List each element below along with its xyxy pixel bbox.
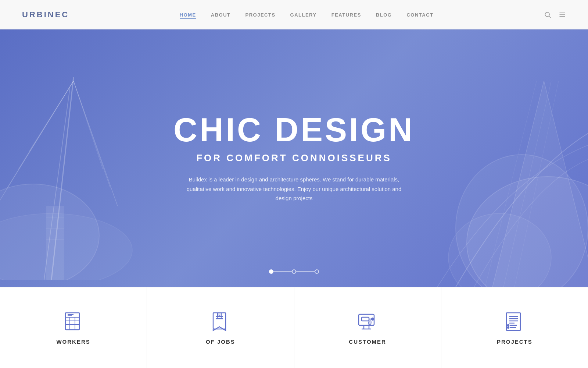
slider-dots	[269, 269, 319, 274]
svg-point-15	[0, 213, 132, 280]
arch-left-svg	[0, 59, 162, 280]
search-icon[interactable]	[544, 11, 551, 18]
navbar: URBINEC HOME ABOUT PROJECTS GALLERY FEAT…	[0, 0, 588, 29]
nav-item-features[interactable]: FEATURES	[331, 11, 361, 18]
nav-item-projects[interactable]: PROJECTS	[245, 11, 275, 18]
hero-content: CHIC DESIGN FOR COMFORT CONNOISSEURS Bui…	[159, 113, 429, 203]
stat-workers[interactable]: WORKERS	[0, 287, 147, 368]
workers-label: WORKERS	[56, 339, 90, 345]
dot-2[interactable]	[292, 269, 296, 274]
logo[interactable]: URBINEC	[22, 10, 69, 20]
dot-3[interactable]	[315, 269, 319, 274]
projects-icon	[503, 311, 526, 333]
jobs-icon	[209, 311, 232, 333]
svg-point-43	[372, 318, 374, 320]
nav-item-contact[interactable]: CONTACT	[406, 11, 433, 18]
jobs-label: OF JOBS	[206, 339, 235, 345]
dot-line-1	[273, 271, 292, 272]
nav-menu: HOME ABOUT PROJECTS GALLERY FEATURES BLO…	[180, 11, 434, 18]
stats-section: WORKERS OF JOBS CU	[0, 287, 588, 368]
dot-1[interactable]	[269, 269, 273, 274]
customer-label: CUSTOMER	[349, 339, 386, 345]
nav-item-home[interactable]: HOME	[180, 11, 196, 18]
hero-section: CHIC DESIGN FOR COMFORT CONNOISSEURS Bui…	[0, 29, 588, 287]
stat-projects[interactable]: PROJECTS	[441, 287, 588, 368]
svg-line-13	[74, 81, 103, 169]
svg-line-1	[549, 16, 551, 18]
hero-description: Buildex is a leader in design and archit…	[184, 175, 404, 203]
hero-subtitle: FOR COMFORT CONNOISSEURS	[173, 152, 415, 164]
customer-icon	[356, 311, 379, 333]
svg-point-0	[545, 12, 549, 17]
stat-customer[interactable]: CUSTOMER	[294, 287, 441, 368]
svg-point-51	[508, 327, 509, 328]
nav-item-blog[interactable]: BLOG	[376, 11, 392, 18]
workers-icon	[62, 311, 85, 333]
stat-jobs[interactable]: OF JOBS	[147, 287, 294, 368]
nav-item-gallery[interactable]: GALLERY	[290, 11, 317, 18]
dot-line-2	[296, 271, 315, 272]
nav-item-about[interactable]: ABOUT	[211, 11, 231, 18]
svg-point-49	[508, 325, 509, 326]
navbar-icons	[544, 11, 566, 18]
menu-icon[interactable]	[559, 11, 566, 18]
projects-label: PROJECTS	[497, 339, 533, 345]
hero-title: CHIC DESIGN	[173, 113, 415, 146]
svg-rect-41	[362, 317, 369, 321]
